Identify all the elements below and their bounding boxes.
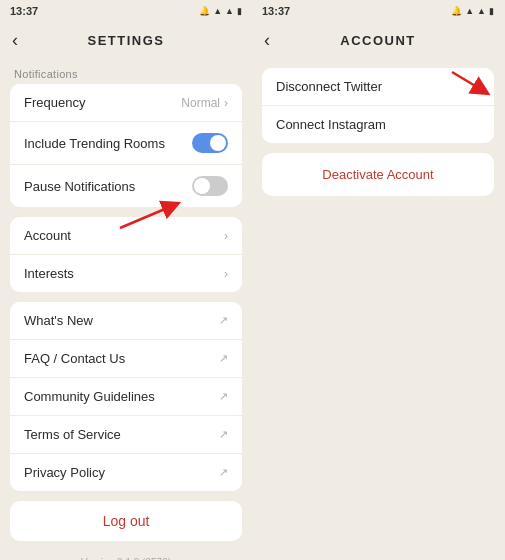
whats-new-arrow: ↗	[219, 314, 228, 327]
settings-content: Notifications Frequency Normal › Include…	[0, 58, 252, 560]
terms-label: Terms of Service	[24, 427, 121, 442]
battery-icon-r: ▮	[489, 6, 494, 16]
battery-icon: ▮	[237, 6, 242, 16]
community-guidelines-row[interactable]: Community Guidelines ↗	[10, 378, 242, 416]
faq-row[interactable]: FAQ / Contact Us ↗	[10, 340, 242, 378]
status-time-right: 13:37	[262, 5, 290, 17]
toggle-knob-pause	[194, 178, 210, 194]
back-button-right[interactable]: ‹	[264, 31, 270, 49]
interests-row[interactable]: Interests ›	[10, 255, 242, 292]
frequency-row[interactable]: Frequency Normal ›	[10, 84, 242, 122]
links-card: What's New ↗ FAQ / Contact Us ↗ Communit…	[10, 302, 242, 491]
account-header: ‹ ACCOUNT	[252, 22, 504, 58]
community-guidelines-arrow: ↗	[219, 390, 228, 403]
account-panel: 13:37 🔔 ▲ ▲ ▮ ‹ ACCOUNT Disconnect Twitt…	[252, 0, 504, 560]
status-bar-right: 13:37 🔔 ▲ ▲ ▮	[252, 0, 504, 22]
faq-label: FAQ / Contact Us	[24, 351, 125, 366]
pause-notifications-toggle[interactable]	[192, 176, 228, 196]
social-card: Disconnect Twitter Connect Instagram	[262, 68, 494, 143]
back-button-left[interactable]: ‹	[12, 31, 18, 49]
account-chevron: ›	[224, 229, 228, 243]
notifications-section-label: Notifications	[10, 58, 242, 84]
whats-new-label: What's New	[24, 313, 93, 328]
settings-panel: 13:37 🔔 ▲ ▲ ▮ ‹ SETTINGS Notifications F…	[0, 0, 252, 560]
notification-icon-r: 🔔	[451, 6, 462, 16]
terms-row[interactable]: Terms of Service ↗	[10, 416, 242, 454]
signal-icon-r: ▲	[477, 6, 486, 16]
frequency-text: Normal	[181, 96, 220, 110]
terms-arrow: ↗	[219, 428, 228, 441]
notifications-card: Frequency Normal › Include Trending Room…	[10, 84, 242, 207]
privacy-row[interactable]: Privacy Policy ↗	[10, 454, 242, 491]
notification-icon: 🔔	[199, 6, 210, 16]
connect-instagram-label: Connect Instagram	[276, 117, 386, 132]
frequency-chevron: ›	[224, 96, 228, 110]
status-bar-left: 13:37 🔔 ▲ ▲ ▮	[0, 0, 252, 22]
interests-chevron: ›	[224, 267, 228, 281]
trending-rooms-toggle[interactable]	[192, 133, 228, 153]
status-icons-left: 🔔 ▲ ▲ ▮	[199, 6, 242, 16]
left-panel-wrapper: 13:37 🔔 ▲ ▲ ▮ ‹ SETTINGS Notifications F…	[0, 0, 252, 560]
deactivate-account-button[interactable]: Deactivate Account	[262, 153, 494, 196]
account-label: Account	[24, 228, 71, 243]
logout-button[interactable]: Log out	[10, 501, 242, 541]
trending-rooms-row[interactable]: Include Trending Rooms	[10, 122, 242, 165]
account-title: ACCOUNT	[340, 33, 416, 48]
status-time-left: 13:37	[10, 5, 38, 17]
status-icons-right: 🔔 ▲ ▲ ▮	[451, 6, 494, 16]
interests-label: Interests	[24, 266, 74, 281]
faq-arrow: ↗	[219, 352, 228, 365]
frequency-label: Frequency	[24, 95, 85, 110]
whats-new-row[interactable]: What's New ↗	[10, 302, 242, 340]
right-panel-wrapper: 13:37 🔔 ▲ ▲ ▮ ‹ ACCOUNT Disconnect Twitt…	[252, 0, 504, 560]
community-guidelines-label: Community Guidelines	[24, 389, 155, 404]
disconnect-twitter-row[interactable]: Disconnect Twitter	[262, 68, 494, 106]
trending-rooms-label: Include Trending Rooms	[24, 136, 165, 151]
version-text: Version 0.1.8 (2576)	[10, 549, 242, 560]
settings-header: ‹ SETTINGS	[0, 22, 252, 58]
privacy-arrow: ↗	[219, 466, 228, 479]
account-row[interactable]: Account ›	[10, 217, 242, 255]
wifi-icon-r: ▲	[465, 6, 474, 16]
frequency-value: Normal ›	[181, 96, 228, 110]
privacy-label: Privacy Policy	[24, 465, 105, 480]
toggle-knob	[210, 135, 226, 151]
account-interests-card: Account › Interests ›	[10, 217, 242, 292]
disconnect-twitter-label: Disconnect Twitter	[276, 79, 382, 94]
account-content: Disconnect Twitter Connect Instagram Dea…	[252, 58, 504, 560]
pause-notifications-label: Pause Notifications	[24, 179, 135, 194]
connect-instagram-row[interactable]: Connect Instagram	[262, 106, 494, 143]
deactivate-label: Deactivate Account	[322, 167, 433, 182]
settings-title: SETTINGS	[87, 33, 164, 48]
wifi-icon: ▲	[213, 6, 222, 16]
pause-notifications-row[interactable]: Pause Notifications	[10, 165, 242, 207]
signal-icon: ▲	[225, 6, 234, 16]
